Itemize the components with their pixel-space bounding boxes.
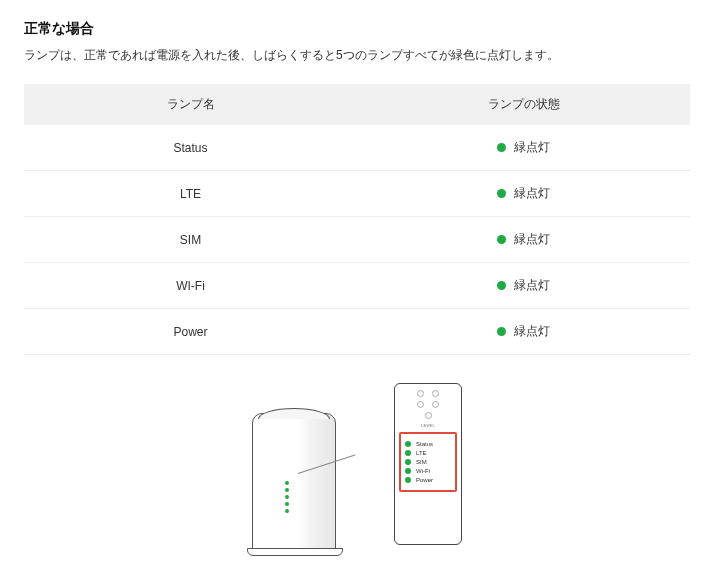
table-row: WI-Fi 緑点灯 xyxy=(24,263,690,309)
panel-lamp-label: Status xyxy=(416,441,433,447)
level-label: LEVEL xyxy=(399,423,457,428)
panel-lamp-row: SIM xyxy=(405,459,451,465)
cell-lamp-name: LTE xyxy=(24,171,357,217)
hollow-dot-icon xyxy=(425,412,432,419)
router-front-lamps xyxy=(277,478,297,516)
lamp-dot-icon xyxy=(285,481,289,485)
cell-lamp-state: 緑点灯 xyxy=(357,217,690,263)
col-header-state: ランプの状態 xyxy=(357,84,690,125)
status-dot-icon xyxy=(497,189,506,198)
cell-lamp-name: Status xyxy=(24,125,357,171)
lamp-dot-icon xyxy=(285,502,289,506)
cell-lamp-name: SIM xyxy=(24,217,357,263)
hollow-dot-icon xyxy=(432,401,439,408)
lamp-status-table: ランプ名 ランプの状態 Status 緑点灯 LTE 緑点灯 SIM 緑点灯 W… xyxy=(24,84,690,355)
status-dot-icon xyxy=(497,327,506,336)
panel-lamp-label: SIM xyxy=(416,459,427,465)
panel-lamp-label: Wi-Fi xyxy=(416,468,430,474)
table-row: Status 緑点灯 xyxy=(24,125,690,171)
panel-lamp-row: Status xyxy=(405,441,451,447)
panel-lamp-row: Wi-Fi xyxy=(405,468,451,474)
cell-lamp-state: 緑点灯 xyxy=(357,309,690,355)
section-title: 正常な場合 xyxy=(24,20,690,38)
cell-lamp-state: 緑点灯 xyxy=(357,171,690,217)
table-row: LTE 緑点灯 xyxy=(24,171,690,217)
panel-lamp-label: Power xyxy=(416,477,433,483)
panel-lamp-row: Power xyxy=(405,477,451,483)
lamp-dot-icon xyxy=(405,477,411,483)
zoom-panel: LEVEL Status LTE SIM Wi-Fi Power xyxy=(394,383,462,545)
panel-lamp-label: LTE xyxy=(416,450,427,456)
cell-lamp-name: Power xyxy=(24,309,357,355)
router-diagram: LEVEL Status LTE SIM Wi-Fi Power xyxy=(252,383,462,553)
cell-lamp-state: 緑点灯 xyxy=(357,263,690,309)
cell-lamp-state: 緑点灯 xyxy=(357,125,690,171)
panel-lamp-row: LTE xyxy=(405,450,451,456)
cell-lamp-name: WI-Fi xyxy=(24,263,357,309)
router-base-icon xyxy=(247,548,343,556)
lamp-dot-icon xyxy=(405,468,411,474)
lamp-dot-icon xyxy=(405,441,411,447)
highlight-box: Status LTE SIM Wi-Fi Power xyxy=(399,432,457,492)
status-dot-icon xyxy=(497,281,506,290)
table-row: Power 緑点灯 xyxy=(24,309,690,355)
signal-dots-row xyxy=(399,401,457,408)
status-dot-icon xyxy=(497,143,506,152)
hollow-dot-icon xyxy=(417,401,424,408)
lamp-dot-icon xyxy=(285,509,289,513)
hollow-dot-icon xyxy=(417,390,424,397)
lamp-dot-icon xyxy=(405,450,411,456)
router-body-icon xyxy=(252,413,336,553)
lamp-dot-icon xyxy=(285,488,289,492)
hollow-dot-icon xyxy=(432,390,439,397)
lamp-dot-icon xyxy=(405,459,411,465)
table-row: SIM 緑点灯 xyxy=(24,217,690,263)
section-description: ランプは、正常であれば電源を入れた後、しばらくすると5つのランプすべてが緑色に点… xyxy=(24,46,690,64)
lamp-dot-icon xyxy=(285,495,289,499)
status-dot-icon xyxy=(497,235,506,244)
col-header-name: ランプ名 xyxy=(24,84,357,125)
signal-dots-row xyxy=(399,390,457,397)
